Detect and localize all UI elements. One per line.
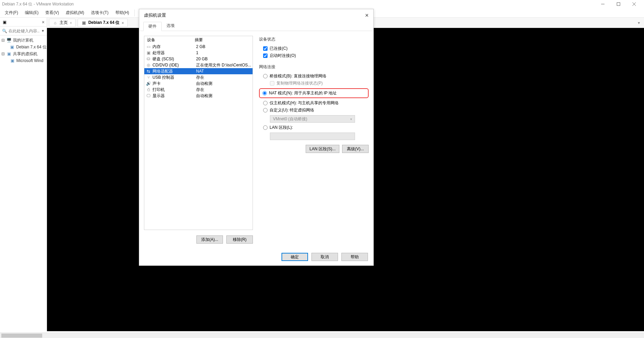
horizontal-scrollbar[interactable] bbox=[0, 333, 644, 338]
connected-label: 已连接(C) bbox=[270, 46, 288, 51]
advanced-button[interactable]: 高级(V)... bbox=[342, 145, 369, 153]
device-summary: 存在 bbox=[196, 87, 251, 93]
col-summary: 摘要 bbox=[195, 37, 203, 43]
maximize-button[interactable] bbox=[611, 0, 626, 8]
tree-vm-windows[interactable]: ▣ Microsoft Wind bbox=[0, 57, 47, 64]
device-name: USB 控制器 bbox=[152, 75, 195, 80]
nat-radio[interactable] bbox=[262, 91, 267, 95]
device-row-cd[interactable]: ◎CD/DVD (IDE)正在使用文件 D:\iso\CentOS... bbox=[144, 62, 253, 68]
tab-overflow-icon[interactable]: ▾ bbox=[636, 20, 642, 26]
menu-vm[interactable]: 虚拟机(M) bbox=[62, 10, 87, 16]
printer-icon: ⎙ bbox=[146, 87, 151, 92]
col-device: 设备 bbox=[147, 37, 195, 43]
device-list-buttons: 添加(A)... 移除(R) bbox=[144, 235, 253, 244]
cancel-button[interactable]: 取消 bbox=[311, 253, 338, 261]
radio-hostonly[interactable]: 仅主机模式(H): 与主机共享的专用网络 bbox=[259, 99, 369, 107]
radio-lan-segment[interactable]: LAN 区段(L): bbox=[259, 124, 369, 131]
add-device-button[interactable]: 添加(A)... bbox=[196, 235, 223, 244]
sidebar-search: 🔍 ▼ bbox=[0, 27, 47, 35]
chevron-down-icon: ▾ bbox=[350, 117, 352, 121]
device-list-panel: 设备 摘要 ▭内存2 GB▣处理器1⛁硬盘 (SCSI)20 GB◎CD/DVD… bbox=[144, 36, 253, 230]
tab-label: 主页 bbox=[60, 20, 68, 26]
collapse-icon[interactable]: ⊟ bbox=[1, 51, 5, 56]
memory-icon: ▭ bbox=[146, 44, 151, 49]
collapse-icon[interactable]: ⊟ bbox=[1, 38, 5, 43]
lan-segments-button[interactable]: LAN 区段(S)... bbox=[306, 145, 339, 153]
group-device-state: 设备状态 bbox=[259, 36, 369, 42]
tab-close-icon[interactable]: × bbox=[70, 21, 72, 25]
tab-hardware[interactable]: 硬件 bbox=[143, 22, 162, 31]
nat-label: NAT 模式(N): 用于共享主机的 IP 地址 bbox=[269, 90, 337, 96]
device-list[interactable]: ▭内存2 GB▣处理器1⛁硬盘 (SCSI)20 GB◎CD/DVD (IDE)… bbox=[144, 44, 253, 230]
minimize-button[interactable] bbox=[595, 0, 611, 8]
home-icon: ⌂ bbox=[53, 20, 58, 25]
device-name: 网络适配器 bbox=[152, 68, 195, 74]
device-summary: 自动检测 bbox=[196, 81, 251, 87]
autoconnect-checkbox[interactable] bbox=[263, 53, 268, 58]
menu-view[interactable]: 查看(V) bbox=[42, 10, 62, 16]
radio-custom[interactable]: 自定义(U): 特定虚拟网络 bbox=[259, 107, 369, 114]
help-button[interactable]: 帮助 bbox=[341, 253, 368, 261]
menu-file[interactable]: 文件(F) bbox=[1, 10, 21, 16]
hostonly-label: 仅主机模式(H): 与主机共享的专用网络 bbox=[270, 100, 339, 106]
checkbox-connect-at-poweron[interactable]: 启动时连接(O) bbox=[259, 52, 369, 59]
bridged-label: 桥接模式(B): 直接连接物理网络 bbox=[270, 73, 326, 79]
device-row-printer[interactable]: ⎙打印机存在 bbox=[144, 87, 253, 93]
window-titlebar: Debian 7.x 64 位 - VMware Workstation bbox=[0, 0, 644, 8]
device-row-hdd[interactable]: ⛁硬盘 (SCSI)20 GB bbox=[144, 56, 253, 62]
scrollbar-thumb[interactable] bbox=[1, 334, 42, 338]
device-name: 打印机 bbox=[152, 87, 195, 93]
menu-help[interactable]: 帮助(H) bbox=[112, 10, 133, 16]
tree-label: Debian 7.x 64 位 bbox=[16, 44, 47, 50]
device-list-header: 设备 摘要 bbox=[144, 36, 253, 44]
radio-nat[interactable]: NAT 模式(N): 用于共享主机的 IP 地址 bbox=[261, 90, 367, 97]
usb-icon: ⑂ bbox=[146, 75, 151, 80]
tab-options[interactable]: 选项 bbox=[162, 21, 179, 31]
sound-icon: 🔊 bbox=[146, 81, 151, 86]
device-row-sound[interactable]: 🔊声卡自动检测 bbox=[144, 80, 253, 87]
device-name: 硬盘 (SCSI) bbox=[152, 56, 195, 62]
replicate-label: 复制物理网络连接状态(P) bbox=[276, 80, 323, 86]
sidebar-close-icon[interactable]: × bbox=[42, 19, 45, 25]
checkbox-replicate-state: 复制物理网络连接状态(P) bbox=[259, 80, 369, 87]
tree-shared-vms[interactable]: ⊟ ▣ 共享的虚拟机 bbox=[0, 50, 47, 57]
bridged-radio[interactable] bbox=[263, 74, 268, 78]
sidebar-header: ▣ × bbox=[0, 18, 47, 27]
search-icon: 🔍 bbox=[2, 29, 7, 33]
close-button[interactable] bbox=[626, 0, 642, 8]
device-row-display[interactable]: 🖵显示器自动检测 bbox=[144, 93, 253, 99]
svg-rect-1 bbox=[617, 3, 620, 6]
custom-vmnet-select: VMnet0 (自动桥接) ▾ bbox=[270, 115, 355, 123]
menu-tabs[interactable]: 选项卡(T) bbox=[87, 10, 112, 16]
dialog-titlebar: 虚拟机设置 × bbox=[139, 9, 373, 21]
radio-bridged[interactable]: 桥接模式(B): 直接连接物理网络 bbox=[259, 73, 369, 80]
remove-device-button[interactable]: 移除(R) bbox=[226, 235, 253, 244]
device-row-cpu[interactable]: ▣处理器1 bbox=[144, 50, 253, 56]
device-row-usb[interactable]: ⑂USB 控制器存在 bbox=[144, 74, 253, 80]
search-dropdown-icon[interactable]: ▼ bbox=[41, 29, 45, 33]
tree-my-computer[interactable]: ⊟ 🖥️ 我的计算机 bbox=[0, 37, 47, 44]
search-input[interactable] bbox=[9, 29, 40, 33]
device-row-memory[interactable]: ▭内存2 GB bbox=[144, 44, 253, 50]
device-summary: 2 GB bbox=[196, 44, 251, 49]
tab-home[interactable]: ⌂ 主页 × bbox=[49, 19, 76, 27]
hostonly-radio[interactable] bbox=[263, 101, 268, 105]
tab-debian[interactable]: ▣ Debian 7.x 64 位 × bbox=[78, 19, 127, 27]
device-row-net[interactable]: ⇆网络适配器NAT bbox=[144, 68, 253, 74]
window-title: Debian 7.x 64 位 - VMware Workstation bbox=[2, 1, 74, 7]
connected-checkbox[interactable] bbox=[263, 46, 268, 51]
replicate-checkbox bbox=[270, 81, 274, 86]
lan-radio[interactable] bbox=[263, 125, 268, 130]
vm-icon: ▣ bbox=[81, 20, 86, 25]
hdd-icon: ⛁ bbox=[146, 57, 151, 61]
tree-vm-debian[interactable]: ▣ Debian 7.x 64 位 bbox=[0, 44, 47, 50]
dialog-close-icon[interactable]: × bbox=[365, 12, 369, 19]
menu-edit[interactable]: 编辑(E) bbox=[21, 10, 42, 16]
tab-close-icon[interactable]: × bbox=[122, 21, 124, 25]
shared-icon: ▣ bbox=[6, 51, 12, 57]
device-summary: 自动检测 bbox=[196, 93, 251, 99]
ok-button[interactable]: 确定 bbox=[281, 253, 308, 261]
custom-radio[interactable] bbox=[263, 108, 268, 112]
checkbox-connected[interactable]: 已连接(C) bbox=[259, 45, 369, 52]
dialog-title: 虚拟机设置 bbox=[144, 12, 166, 18]
